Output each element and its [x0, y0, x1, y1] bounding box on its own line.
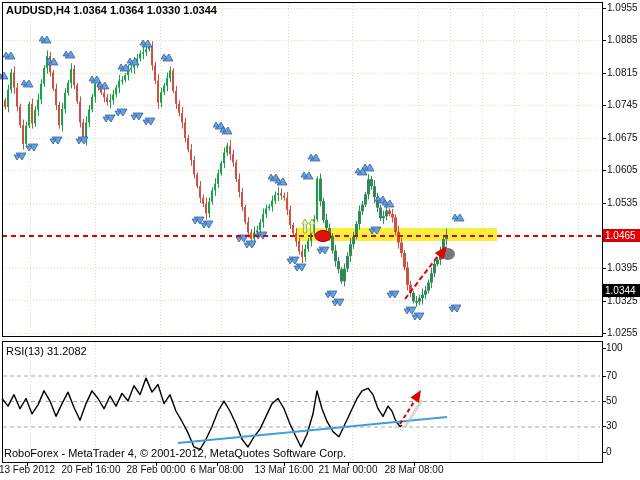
price-tick-label: 1.0815: [607, 67, 638, 78]
price-tick-label: 1.0745: [607, 99, 638, 110]
time-tick-mark: [91, 462, 92, 466]
resistance-price-tag: 1.0465: [603, 229, 640, 242]
price-tick-label: 1.0255: [607, 327, 638, 338]
time-tick-mark: [156, 462, 157, 466]
price-tick-label: 1.0675: [607, 132, 638, 143]
rsi-indicator-label: RSI(13) 31.2082: [6, 345, 87, 357]
rsi-tick-mark: [602, 401, 606, 402]
price-tick-mark: [602, 268, 606, 269]
price-tick-label: 1.0605: [607, 164, 638, 175]
price-tick-label: 1.0955: [607, 2, 638, 13]
rsi-tick-label: 70: [606, 370, 617, 381]
current-price-tag: 1.0344: [603, 284, 640, 297]
time-tick-mark: [27, 462, 28, 466]
time-tick-mark: [414, 462, 415, 466]
price-tick-label: 1.0395: [607, 262, 638, 273]
time-tick-mark: [348, 462, 349, 466]
rsi-tick-label: 0: [606, 446, 612, 457]
rsi-indicator-pane[interactable]: [2, 341, 603, 463]
mt4-chart-window: AUDUSD,H4 1.0364 1.0364 1.0330 1.0344 RS…: [0, 0, 640, 480]
rsi-tick-label: 30: [606, 420, 617, 431]
price-tick-mark: [602, 40, 606, 41]
price-tick-mark: [602, 301, 606, 302]
rsi-tick-mark: [602, 426, 606, 427]
time-tick-mark: [284, 462, 285, 466]
price-tick-mark: [602, 8, 606, 9]
rsi-tick-mark: [602, 452, 606, 453]
price-tick-label: 1.0885: [607, 34, 638, 45]
chart-title: AUDUSD,H4 1.0364 1.0364 1.0330 1.0344: [6, 4, 217, 16]
price-tick-mark: [602, 73, 606, 74]
price-tick-mark: [602, 170, 606, 171]
price-tick-label: 1.0535: [607, 197, 638, 208]
copyright-text: RoboForex - MetaTrader 4, © 2001-2012, M…: [4, 447, 346, 459]
price-tick-mark: [602, 105, 606, 106]
rsi-tick-mark: [602, 376, 606, 377]
rsi-tick-label: 50: [606, 395, 617, 406]
price-tick-mark: [602, 333, 606, 334]
price-tick-mark: [602, 138, 606, 139]
main-chart-pane[interactable]: [2, 2, 603, 337]
time-tick-mark: [217, 462, 218, 466]
rsi-tick-label: 100: [606, 342, 623, 353]
rsi-tick-mark: [602, 348, 606, 349]
price-tick-mark: [602, 203, 606, 204]
